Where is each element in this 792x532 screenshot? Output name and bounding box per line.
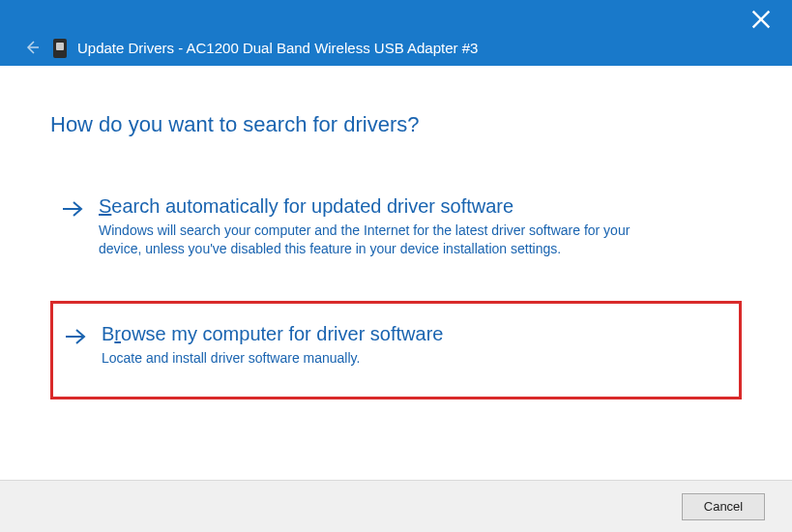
content-area: How do you want to search for drivers? S… bbox=[0, 66, 792, 480]
window-title: Update Drivers - AC1200 Dual Band Wirele… bbox=[77, 40, 478, 56]
option-title: Search automatically for updated driver … bbox=[99, 195, 726, 218]
titlebar: Update Drivers - AC1200 Dual Band Wirele… bbox=[0, 0, 792, 66]
arrow-right-icon bbox=[65, 327, 86, 350]
option-title: Browse my computer for driver software bbox=[102, 323, 723, 345]
page-heading: How do you want to search for drivers? bbox=[50, 112, 742, 137]
arrow-right-icon bbox=[62, 199, 83, 222]
option-browse-computer[interactable]: Browse my computer for driver software L… bbox=[50, 301, 742, 399]
footer: Cancel bbox=[0, 480, 792, 532]
back-button[interactable] bbox=[23, 39, 41, 56]
option-search-automatically[interactable]: Search automatically for updated driver … bbox=[50, 182, 742, 276]
option-desc: Windows will search your computer and th… bbox=[99, 222, 650, 258]
device-icon bbox=[53, 39, 67, 58]
cancel-button[interactable]: Cancel bbox=[682, 493, 765, 520]
close-icon[interactable] bbox=[751, 10, 771, 29]
option-desc: Locate and install driver software manua… bbox=[102, 349, 653, 368]
